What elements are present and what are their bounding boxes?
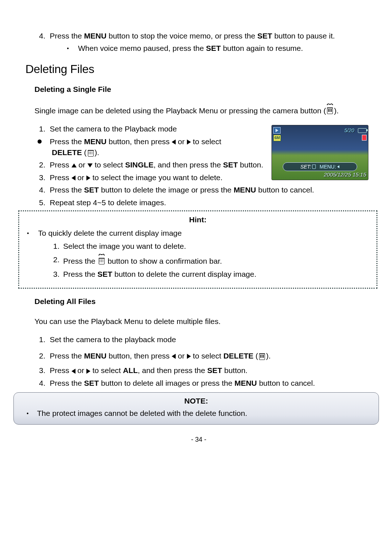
note-box: NOTE: ● The protect images cannot be del… [13, 392, 379, 425]
trash-icon [258, 351, 266, 360]
step4-sub-text: When voice memo paused, press the SET bu… [78, 43, 303, 54]
note-body: The protect images cannot be deleted wit… [37, 408, 247, 419]
all-step4: 4. Press the SET button to delete all im… [34, 378, 370, 389]
step4: 4. Press the MENU button to stop the voi… [34, 31, 370, 41]
single-step1: 1. Set the camera to the Playback mode [34, 123, 266, 134]
single-step4: 4. Press the SET button to delete the im… [34, 185, 370, 195]
hint-lead: To quickly delete the current display im… [38, 228, 182, 239]
bullet-icon: ● [34, 136, 45, 158]
page-number: - 34 - [27, 435, 370, 444]
resolution-indicator: 6M [273, 135, 281, 141]
single-bullet-menu: ● Press the MENU button, then press or t… [34, 136, 266, 158]
bullet-icon: ● [23, 408, 33, 419]
hint-step2: 2. Press the button to show a confirmati… [50, 254, 373, 267]
right-arrow-icon [86, 175, 90, 181]
single-step2: 2. Press or to select SINGLE, and then p… [34, 159, 266, 170]
timestamp: 2005/12/25 15:15 [324, 171, 366, 179]
trash-icon [87, 148, 95, 157]
left-arrow-icon [72, 175, 75, 181]
action-pillbar: SET: MENU: [283, 162, 357, 171]
bullet-icon: ● [63, 43, 73, 54]
mini-trash-icon [312, 165, 316, 169]
note-title: NOTE: [19, 396, 373, 406]
step-number: 4. [34, 31, 45, 41]
single-step3: 3. Press or to select the image you want… [34, 172, 266, 183]
up-arrow-icon [72, 163, 77, 167]
right-arrow-icon [187, 354, 191, 359]
all-step1: 1. Set the camera to the playback mode [34, 334, 370, 345]
heading-deleting-files: Deleting Files [25, 61, 370, 77]
play-mode-icon [273, 127, 281, 134]
hint-step1: 1. Select the image you want to delete. [50, 241, 373, 252]
pill-set-label: SET: [300, 163, 311, 170]
trash-flash-icon [98, 254, 106, 265]
single-step5: 5. Repeat step 4~5 to delete images. [34, 197, 370, 208]
flag-icon [362, 135, 367, 141]
right-arrow-icon [187, 139, 191, 145]
all-step3: 3. Press or to select ALL, and then pres… [34, 365, 370, 376]
all-intro: You can use the Playback Menu to delete … [34, 316, 370, 327]
left-arrow-icon [172, 354, 176, 359]
single-intro: Single image can be deleted using the Pl… [34, 104, 370, 116]
left-arrow-icon [72, 369, 75, 374]
hint-step3: 3. Press the SET button to delete the cu… [50, 269, 373, 280]
hint-title: Hint: [23, 214, 373, 225]
right-arrow-icon [86, 369, 90, 374]
hint-box: Hint: ● To quickly delete the current di… [18, 210, 377, 289]
down-arrow-icon [87, 163, 93, 167]
left-arrow-icon [172, 139, 176, 145]
battery-icon [358, 128, 367, 133]
camera-screenshot: 5/20 6M SET: MENU: 2005/12/25 15:15 [271, 125, 368, 180]
all-step2: 2. Press the MENU button, then press or … [34, 351, 370, 361]
trash-flash-icon [326, 104, 334, 115]
heading-deleting-single: Deleting a Single File [34, 84, 370, 95]
pill-menu-label: MENU: [319, 163, 336, 170]
frame-counter: 5/20 [344, 127, 354, 134]
mini-undo-icon [337, 165, 339, 168]
step4-sub: ● When voice memo paused, press the SET … [63, 43, 370, 54]
bullet-icon: ● [23, 228, 33, 239]
heading-deleting-all: Deleting All Files [34, 296, 370, 307]
step-text: Press the MENU button to stop the voice … [50, 31, 370, 41]
